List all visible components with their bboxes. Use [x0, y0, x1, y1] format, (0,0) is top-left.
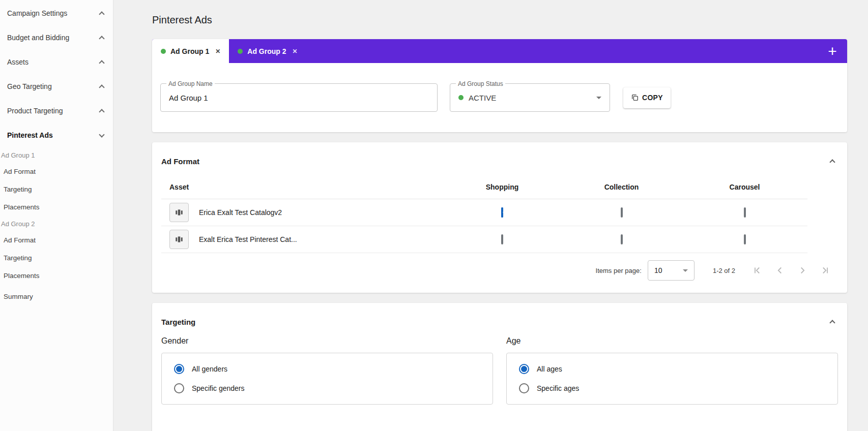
- ad-group-panel: Ad Group 1 ✕ Ad Group 2 ✕ + Ad Group Nam…: [152, 39, 847, 132]
- sidebar-item-label: Campaign Settings: [7, 9, 67, 17]
- radio-button[interactable]: [174, 383, 184, 393]
- chevron-up-icon: [99, 109, 104, 114]
- status-value: ACTIVE: [469, 94, 496, 102]
- targeting-header: Targeting: [161, 316, 838, 327]
- sidebar-item-campaign-settings[interactable]: Campaign Settings: [0, 1, 113, 25]
- chevron-down-icon: [99, 132, 104, 137]
- specific-genders-option[interactable]: Specific genders: [174, 382, 493, 395]
- ad-group-name-input[interactable]: [169, 94, 429, 102]
- radio-label: Specific ages: [537, 384, 579, 392]
- asset-cell: Erica Exalt Test Catalogv2: [161, 203, 443, 222]
- specific-ages-option[interactable]: Specific ages: [519, 382, 837, 395]
- sidebar-group-ad-group-1[interactable]: Ad Group 1: [0, 147, 113, 163]
- column-header-asset: Asset: [161, 183, 443, 191]
- radio-label: All ages: [537, 365, 562, 373]
- chevron-up-icon: [99, 84, 104, 90]
- close-icon[interactable]: ✕: [293, 48, 298, 55]
- collection-checkbox[interactable]: [621, 234, 623, 244]
- column-header-carousel: Carousel: [682, 183, 807, 191]
- paginator-range-label: 1-2 of 2: [713, 267, 735, 274]
- ad-format-header: Ad Format: [161, 156, 838, 167]
- first-page-button[interactable]: [746, 260, 769, 281]
- chevron-down-icon: [683, 269, 688, 272]
- sidebar-item-geo-targeting[interactable]: Geo Targeting: [0, 74, 113, 99]
- collapse-section-button[interactable]: [827, 156, 838, 167]
- ad-group-tabbar: Ad Group 1 ✕ Ad Group 2 ✕ +: [152, 39, 847, 63]
- table-row: Erica Exalt Test Catalogv2: [161, 199, 807, 226]
- field-label: Ad Group Name: [166, 80, 215, 87]
- app-root: Campaign Settings Budget and Bidding Ass…: [0, 0, 868, 431]
- close-icon[interactable]: ✕: [215, 48, 220, 55]
- sidebar-item-label: Budget and Bidding: [7, 34, 69, 42]
- items-per-page-select[interactable]: 10: [648, 260, 695, 281]
- main-content: Pinterest Ads Ad Group 1 ✕ Ad Group 2 ✕ …: [113, 0, 868, 431]
- tab-ad-group-1[interactable]: Ad Group 1 ✕: [152, 39, 229, 63]
- page-title: Pinterest Ads: [152, 14, 847, 26]
- shopping-checkbox[interactable]: [501, 234, 503, 244]
- targeting-title: Targeting: [161, 318, 195, 326]
- sidebar-item-ad-format-1[interactable]: Ad Format: [0, 163, 113, 180]
- paginator-nav: [746, 260, 836, 281]
- active-status-dot-icon: [458, 95, 464, 100]
- previous-page-button[interactable]: [769, 260, 791, 281]
- sidebar-item-assets[interactable]: Assets: [0, 50, 113, 74]
- chevron-up-icon: [99, 60, 104, 66]
- collection-checkbox[interactable]: [621, 207, 623, 218]
- sidebar-item-label: Product Targeting: [7, 107, 63, 115]
- ad-group-status-select[interactable]: Ad Group Status ACTIVE: [450, 83, 610, 112]
- carousel-checkbox[interactable]: [744, 234, 746, 244]
- age-section: Age All ages Specific ages: [506, 336, 838, 405]
- radio-button[interactable]: [519, 383, 529, 393]
- table-header-row: Asset Shopping Collection Carousel: [161, 175, 807, 199]
- radio-label: Specific genders: [192, 384, 245, 392]
- sidebar-item-budget-and-bidding[interactable]: Budget and Bidding: [0, 25, 113, 50]
- asset-cell: Exalt Erica Test Pinterest Cat...: [161, 230, 443, 249]
- ad-group-name-field: Ad Group Name: [160, 83, 438, 112]
- sidebar-item-placements-1[interactable]: Placements: [0, 198, 113, 216]
- sidebar-item-targeting-1[interactable]: Targeting: [0, 180, 113, 198]
- all-genders-option[interactable]: All genders: [174, 362, 493, 376]
- gender-radio-group: All genders Specific genders: [161, 353, 493, 405]
- tab-ad-group-2[interactable]: Ad Group 2 ✕: [229, 39, 306, 63]
- sidebar: Campaign Settings Budget and Bidding Ass…: [0, 0, 113, 431]
- radio-label: All genders: [192, 365, 227, 373]
- copy-icon: [631, 94, 639, 102]
- sidebar-item-placements-2[interactable]: Placements: [0, 267, 113, 285]
- field-label: Ad Group Status: [456, 80, 505, 87]
- next-page-button[interactable]: [791, 260, 814, 281]
- chevron-up-icon: [829, 320, 835, 325]
- paginator: Items per page: 10 1-2 of 2: [161, 253, 838, 288]
- sidebar-item-product-targeting[interactable]: Product Targeting: [0, 99, 113, 123]
- all-ages-option[interactable]: All ages: [519, 362, 837, 376]
- radio-button[interactable]: [174, 364, 184, 374]
- status-dot-icon: [238, 49, 243, 54]
- sidebar-item-targeting-2[interactable]: Targeting: [0, 249, 113, 267]
- tab-label: Ad Group 2: [247, 47, 286, 55]
- collapse-section-button[interactable]: [827, 316, 838, 327]
- items-per-page-value: 10: [654, 266, 662, 274]
- sidebar-group-ad-group-2[interactable]: Ad Group 2: [0, 216, 113, 231]
- sidebar-item-label: Pinterest Ads: [7, 131, 53, 139]
- targeting-card: Targeting Gender All genders: [152, 303, 847, 431]
- age-radio-group: All ages Specific ages: [506, 353, 838, 405]
- targeting-columns: Gender All genders Specific genders Age: [161, 336, 838, 405]
- chevron-up-icon: [99, 36, 104, 41]
- chevron-up-icon: [829, 159, 835, 165]
- sidebar-item-ad-format-2[interactable]: Ad Format: [0, 231, 113, 249]
- tab-label: Ad Group 1: [170, 47, 209, 55]
- catalog-icon: [169, 230, 189, 249]
- column-header-shopping: Shopping: [443, 183, 561, 191]
- sidebar-item-summary[interactable]: Summary: [0, 288, 113, 305]
- add-ad-group-button[interactable]: +: [818, 39, 847, 63]
- ad-format-card: Ad Format Asset Shopping Collection Caro…: [152, 142, 847, 293]
- sidebar-item-pinterest-ads[interactable]: Pinterest Ads: [0, 123, 113, 147]
- column-header-collection: Collection: [561, 183, 682, 191]
- status-dot-icon: [161, 49, 166, 54]
- last-page-button[interactable]: [814, 260, 836, 281]
- shopping-checkbox[interactable]: [501, 207, 503, 218]
- radio-button[interactable]: [519, 364, 529, 374]
- copy-button[interactable]: COPY: [623, 87, 671, 108]
- gender-section: Gender All genders Specific genders: [161, 336, 493, 405]
- carousel-checkbox[interactable]: [744, 207, 746, 218]
- sidebar-item-label: Assets: [7, 58, 28, 66]
